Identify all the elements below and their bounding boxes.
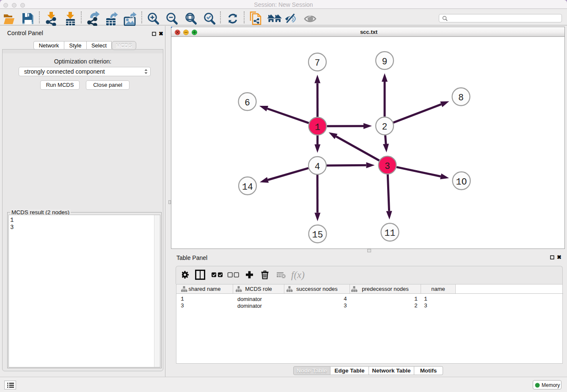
svg-text:7: 7 — [315, 58, 320, 68]
svg-text:1: 1 — [315, 122, 320, 133]
svg-text:9: 9 — [382, 57, 388, 67]
svg-text:3: 3 — [385, 161, 390, 171]
svg-text:8: 8 — [458, 93, 464, 103]
svg-text:f(x): f(x) — [291, 270, 305, 280]
svg-text:15: 15 — [312, 230, 323, 240]
svg-text:2: 2 — [382, 122, 388, 132]
svg-text:11: 11 — [385, 228, 396, 238]
svg-text:4: 4 — [315, 162, 320, 172]
svg-text:6: 6 — [245, 98, 250, 108]
svg-text:14: 14 — [242, 182, 253, 192]
svg-text:1O: 1O — [456, 177, 467, 187]
